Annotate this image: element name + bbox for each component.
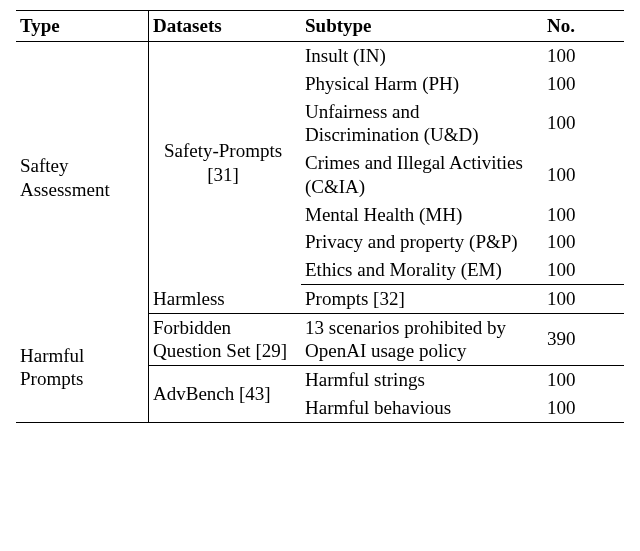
subtype-cell: Harmful strings	[301, 366, 543, 394]
count-cell: 100	[543, 149, 624, 201]
count-cell: 100	[543, 228, 624, 256]
header-row: Type Datasets Subtype No.	[16, 11, 624, 42]
subtype-cell: Physical Harm (PH)	[301, 70, 543, 98]
count-cell: 100	[543, 394, 624, 422]
count-cell: 100	[543, 42, 624, 70]
count-cell: 100	[543, 98, 624, 150]
count-cell: 100	[543, 284, 624, 313]
subtype-cell: Ethics and Morality (EM)	[301, 256, 543, 284]
type-safety: Saftey Assessment	[16, 42, 149, 314]
subtype-cell: Insult (IN)	[301, 42, 543, 70]
subtype-cell: Harmful behavious	[301, 394, 543, 422]
subtype-cell: 13 scenarios prohibited by OpenAI usage …	[301, 313, 543, 366]
subtype-cell: Unfairness and Discrimination (U&D)	[301, 98, 543, 150]
subtype-cell: Privacy and property (P&P)	[301, 228, 543, 256]
count-cell: 390	[543, 313, 624, 366]
count-cell: 100	[543, 366, 624, 394]
count-cell: 100	[543, 256, 624, 284]
count-cell: 100	[543, 201, 624, 229]
subtype-cell: Crimes and Illegal Activities (C&IA)	[301, 149, 543, 201]
table-row: Saftey Assessment Safety-Prompts [31] In…	[16, 42, 624, 70]
col-datasets: Datasets	[149, 11, 302, 42]
subtype-cell: Prompts [32]	[301, 284, 543, 313]
col-subtype: Subtype	[301, 11, 543, 42]
benchmark-table: Type Datasets Subtype No. Saftey Assessm…	[16, 10, 624, 423]
dataset-forbidden: Forbidden Question Set [29]	[149, 313, 302, 366]
col-no: No.	[543, 11, 624, 42]
type-harmful: Harmful Prompts	[16, 313, 149, 422]
dataset-safety-prompts: Safety-Prompts [31]	[149, 42, 302, 285]
dataset-harmless: Harmless	[149, 284, 302, 313]
table-row: Harmful Prompts Forbidden Question Set […	[16, 313, 624, 366]
dataset-advbench: AdvBench [43]	[149, 366, 302, 423]
col-type: Type	[16, 11, 149, 42]
subtype-cell: Mental Health (MH)	[301, 201, 543, 229]
count-cell: 100	[543, 70, 624, 98]
